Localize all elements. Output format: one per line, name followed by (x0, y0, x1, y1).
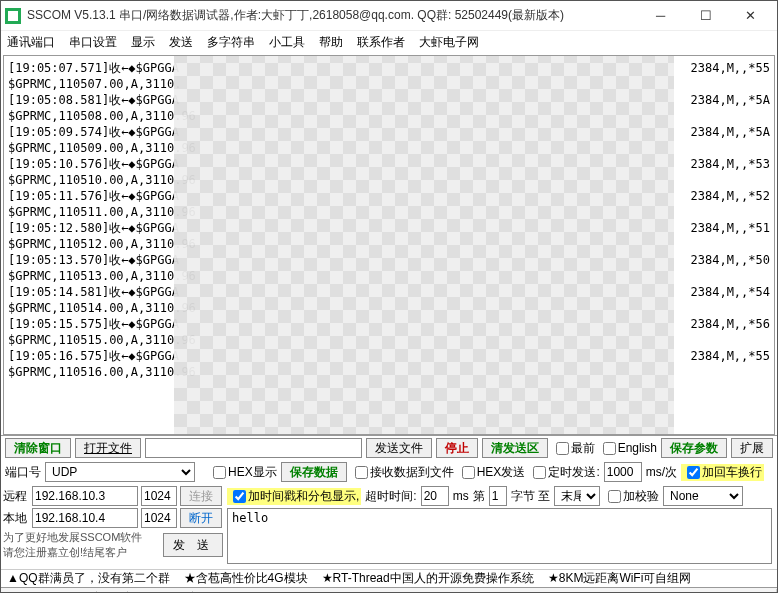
local-label: 本地 (3, 510, 29, 527)
link-4g[interactable]: ★含苞高性价比4G模块 (184, 570, 308, 587)
svg-rect-1 (8, 11, 18, 21)
send-button[interactable]: 发 送 (163, 533, 223, 557)
link-qq[interactable]: ▲QQ群满员了，没有第二个群 (7, 570, 170, 587)
timeout-input[interactable] (421, 486, 449, 506)
menu-item[interactable]: 显示 (131, 34, 155, 51)
port-label: 端口号 (5, 464, 41, 481)
app-icon (5, 8, 21, 24)
byte-label-1: 第 (473, 488, 485, 505)
menubar: 通讯端口串口设置显示发送多字符串小工具帮助联系作者大虾电子网 (1, 31, 777, 53)
status-info: ●UDP 【●已开始】本地(DESKTOP-EFTC5HP)IP192.168.… (193, 589, 777, 594)
port-select[interactable]: UDP (45, 462, 195, 482)
status-bar: www.daxia.com S:0 R:367896 ●UDP 【●已开始】本地… (1, 587, 777, 593)
titlebar: SSCOM V5.13.1 串口/网络数据调试器,作者:大虾丁丁,2618058… (1, 1, 777, 31)
hex-send-checkbox[interactable]: HEX发送 (458, 464, 526, 481)
log-area[interactable]: [19:05:07.571]收←◆$GPGGA2384,M,,*55$GPRMC… (3, 55, 775, 435)
save-data-button[interactable]: 保存数据 (281, 462, 347, 482)
expand-button[interactable]: 扩展 (731, 438, 773, 458)
stop-button[interactable]: 停止 (436, 438, 478, 458)
remote-label: 远程 (3, 488, 29, 505)
file-path-input[interactable] (145, 438, 362, 458)
local-ip-input[interactable] (32, 508, 138, 528)
note-line-2: 请您注册嘉立创!结尾客户 (3, 545, 160, 560)
close-button[interactable]: ✕ (728, 2, 773, 30)
redacted-overlay (174, 56, 674, 434)
note-line-1: 为了更好地发展SSCOM软件 (3, 530, 160, 545)
interval-unit: ms/次 (646, 464, 677, 481)
save-params-button[interactable]: 保存参数 (661, 438, 727, 458)
controls: 清除窗口 打开文件 发送文件 停止 清发送区 最前 English 保存参数 扩… (1, 435, 777, 569)
window-title: SSCOM V5.13.1 串口/网络数据调试器,作者:大虾丁丁,2618058… (27, 7, 638, 24)
timed-send-checkbox[interactable]: 定时发送: (529, 464, 599, 481)
ms-label: ms (453, 489, 469, 503)
clear-window-button[interactable]: 清除窗口 (5, 438, 71, 458)
byte-label-2: 字节 至 (511, 488, 550, 505)
connect-button[interactable]: 连接 (180, 486, 222, 506)
checksum-select[interactable]: None (663, 486, 743, 506)
menu-item[interactable]: 帮助 (319, 34, 343, 51)
link-bar: ▲QQ群满员了，没有第二个群 ★含苞高性价比4G模块 ★RT-Thread中国人… (1, 569, 777, 587)
topmost-checkbox[interactable]: 最前 (552, 440, 595, 457)
remote-port-input[interactable] (141, 486, 177, 506)
clear-send-button[interactable]: 清发送区 (482, 438, 548, 458)
menu-item[interactable]: 联系作者 (357, 34, 405, 51)
rx-to-file-checkbox[interactable]: 接收数据到文件 (351, 464, 454, 481)
byte-num-input[interactable] (489, 486, 507, 506)
menu-item[interactable]: 大虾电子网 (419, 34, 479, 51)
tail-select[interactable]: 末尾 (554, 486, 600, 506)
interval-input[interactable] (604, 462, 642, 482)
link-wifi[interactable]: ★8KM远距离WiFi可自组网 (548, 570, 692, 587)
menu-item[interactable]: 串口设置 (69, 34, 117, 51)
hex-show-checkbox[interactable]: HEX显示 (209, 464, 277, 481)
disconnect-button[interactable]: 断开 (180, 508, 222, 528)
open-file-button[interactable]: 打开文件 (75, 438, 141, 458)
english-checkbox[interactable]: English (599, 441, 657, 455)
send-textarea[interactable]: hello (227, 508, 772, 564)
minimize-button[interactable]: ─ (638, 2, 683, 30)
menu-item[interactable]: 发送 (169, 34, 193, 51)
crlf-checkbox[interactable]: 加回车换行 (681, 464, 764, 481)
menu-item[interactable]: 多字符串 (207, 34, 255, 51)
timestamp-checkbox[interactable]: 加时间戳和分包显示, (227, 488, 361, 505)
send-file-button[interactable]: 发送文件 (366, 438, 432, 458)
link-rtthread[interactable]: ★RT-Thread中国人的开源免费操作系统 (322, 570, 534, 587)
timeout-label: 超时时间: (365, 488, 416, 505)
local-port-input[interactable] (141, 508, 177, 528)
menu-item[interactable]: 通讯端口 (7, 34, 55, 51)
menu-item[interactable]: 小工具 (269, 34, 305, 51)
maximize-button[interactable]: ☐ (683, 2, 728, 30)
remote-ip-input[interactable] (32, 486, 138, 506)
checksum-checkbox[interactable]: 加校验 (604, 488, 659, 505)
